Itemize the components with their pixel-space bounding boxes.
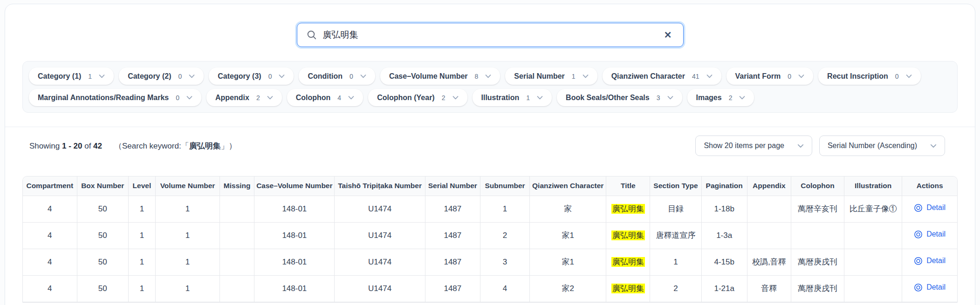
highlighted-title: 廣弘明集 [611,284,645,293]
cell-volume-number: 1 [155,196,219,222]
results-table-wrap: CompartmentBox NumberLevelVolume NumberM… [22,176,958,303]
cell-volume-number: 1 [155,222,219,249]
chevron-down-icon [452,96,459,100]
cell-level: 1 [128,249,155,275]
filter-chip-count: 8 [475,73,479,80]
clear-search-icon[interactable]: ✕ [662,29,674,41]
results-controls: Show 20 items per page Serial Number (As… [695,136,945,156]
column-header-qianziwen-character: Qianziwen Character [530,176,606,196]
sort-order-select[interactable]: Serial Number (Ascending) [819,136,945,156]
cell-title: 廣弘明集 [606,249,650,275]
cell-compartment: 4 [23,249,77,275]
cell-volume-number: 1 [155,275,219,302]
filter-chip-count: 1 [526,94,530,102]
cell-subnumber: 1 [480,196,529,222]
filter-chip-count: 1 [572,73,576,80]
detail-button[interactable]: Detail [914,257,946,265]
cell-title: 廣弘明集 [606,196,650,222]
eye-detail-icon [914,257,923,265]
of-word: of [84,142,91,150]
search-section: ✕ [5,4,975,47]
cell-appendix: 音釋 [747,275,791,302]
cell-subnumber: 3 [480,249,529,275]
filter-chip-colophon-year[interactable]: Colophon (Year)2 [368,89,467,106]
cell-serial-number: 1487 [425,222,480,249]
chevron-down-icon [798,75,804,78]
filter-panel: Category (1)1Category (2)0Category (3)0C… [22,61,958,113]
column-header-illustration: Illustration [844,176,902,196]
filter-chip-variant-form[interactable]: Variant Form0 [726,68,814,85]
filter-chip-images[interactable]: Images2 [687,89,754,106]
keyword-prefix: （Search keyword:「 [114,142,189,150]
column-header-case-volume-number: Case–Volume Number [254,176,335,196]
filter-chip-count: 0 [178,73,182,80]
filter-chip-label: Illustration [481,94,520,102]
results-summary: Showing 1 - 20 of 42（Search keyword:「廣弘明… [23,141,237,151]
results-bar: Showing 1 - 20 of 42（Search keyword:「廣弘明… [23,127,957,156]
filter-chip-label: Recut Inscription [827,72,888,81]
filter-chip-label: Book Seals/Other Seals [566,94,650,102]
filter-chip-illustration[interactable]: Illustration1 [473,89,552,106]
cell-taish-tripi-aka-number: U1474 [335,249,425,275]
filter-chip-count: 0 [788,73,791,80]
results-range: 1 - 20 [62,142,82,150]
sort-order-value: Serial Number (Ascending) [828,142,917,150]
showing-prefix: Showing [29,142,60,150]
search-box: ✕ [297,23,684,47]
cell-missing [220,222,254,249]
detail-label: Detail [926,230,946,238]
cell-serial-number: 1487 [425,196,480,222]
filter-chip-count: 2 [442,94,445,102]
chevron-down-icon [797,144,804,148]
cell-missing [220,275,254,302]
filter-chip-label: Serial Number [514,72,564,81]
filter-chip-category-3[interactable]: Category (3)0 [209,68,294,85]
cell-pagination: 1-3a [701,222,747,249]
table-body: 45011148-01U147414871家廣弘明集目録1-18b萬暦辛亥刊比丘… [23,196,957,302]
column-header-actions: Actions [902,176,957,196]
items-per-page-select[interactable]: Show 20 items per page [695,136,812,156]
filter-chip-count: 2 [729,94,733,102]
column-header-section-type: Section Type [650,176,701,196]
table-row: 45011148-01U147414872家1廣弘明集唐釋道宣序1-3aDeta… [23,222,957,249]
filter-chip-marginal-annotations-reading-marks[interactable]: Marginal Annotations/Reading Marks0 [29,89,201,106]
eye-detail-icon [914,283,923,292]
eye-detail-icon [914,203,923,212]
cell-illustration [844,222,902,249]
chevron-down-icon [583,75,589,78]
filter-chip-category-1[interactable]: Category (1)1 [29,68,114,85]
column-header-level: Level [128,176,155,196]
cell-level: 1 [128,275,155,302]
chevron-down-icon [360,75,366,78]
search-input[interactable] [323,30,656,40]
filter-chip-recut-inscription[interactable]: Recut Inscription0 [818,68,920,85]
filter-chip-category-2[interactable]: Category (2)0 [119,68,204,85]
filter-row-2: Marginal Annotations/Reading Marks0Appen… [29,89,951,106]
cell-level: 1 [128,222,155,249]
detail-button[interactable]: Detail [914,203,946,212]
cell-volume-number: 1 [155,249,219,275]
cell-pagination: 4-15b [701,249,747,275]
filter-chip-appendix[interactable]: Appendix2 [206,89,282,106]
filter-chip-serial-number[interactable]: Serial Number1 [505,68,597,85]
filter-chip-case-volume-number[interactable]: Case–Volume Number8 [380,68,500,85]
chevron-down-icon [930,144,937,148]
cell-colophon: 萬暦庚戌刊 [791,249,844,275]
eye-detail-icon [914,230,923,239]
table-row: 45011148-01U147414874家2廣弘明集21-21a音釋萬暦庚戌刊… [23,275,957,302]
filter-chip-count: 0 [268,73,272,80]
keyword-suffix: 」） [221,142,237,150]
filter-chip-colophon[interactable]: Colophon4 [287,89,363,106]
filter-chip-qianziwen-character[interactable]: Qianziwen Character41 [603,68,721,85]
chevron-down-icon [99,75,105,78]
detail-button[interactable]: Detail [914,283,946,292]
filter-chip-label: Appendix [215,94,249,102]
highlighted-title: 廣弘明集 [611,204,645,214]
detail-button[interactable]: Detail [914,230,946,239]
cell-level: 1 [128,196,155,222]
detail-label: Detail [926,203,946,212]
filter-chip-book-seals-other-seals[interactable]: Book Seals/Other Seals3 [557,89,682,106]
filter-chip-condition[interactable]: Condition0 [299,68,375,85]
results-total: 42 [93,142,102,150]
column-header-compartment: Compartment [23,176,77,196]
